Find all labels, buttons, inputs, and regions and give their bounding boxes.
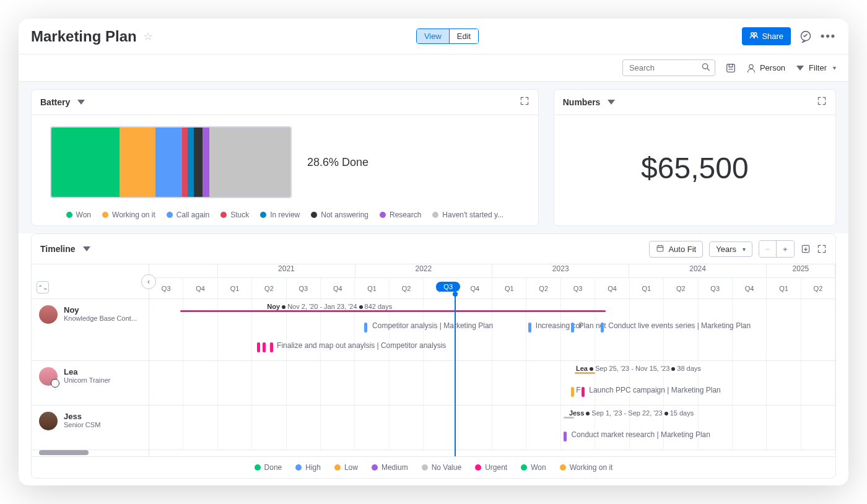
legend-item[interactable]: In review [260,211,300,219]
legend-item[interactable]: Not answering [311,211,368,219]
battery-filter-icon[interactable] [76,97,86,107]
bar[interactable] [528,323,531,332]
edit-button[interactable]: Edit [450,29,478,43]
zoom-in-button[interactable]: + [777,241,794,257]
bar[interactable] [364,323,367,332]
timeline-filter-icon[interactable] [82,244,92,254]
summary-bar-lea[interactable] [575,372,595,374]
autofit-button[interactable]: Auto Fit [649,241,703,258]
bar[interactable] [571,323,574,332]
quarter-cell[interactable]: Q1 [767,278,801,298]
zoom-out-button[interactable]: − [759,241,777,257]
save-icon[interactable] [725,63,736,74]
scale-select[interactable]: Years [709,241,752,257]
battery-segment[interactable] [209,128,290,197]
quarter-cell[interactable]: Q1 [630,278,664,298]
person-row-noy[interactable]: Noy Knowledge Base Cont... [32,299,149,361]
quarter-cell[interactable]: Q4 [458,278,492,298]
share-button[interactable]: Share [742,27,791,45]
legend-item[interactable]: Research [380,211,421,219]
legend-item[interactable]: Urgent [475,463,507,472]
numbers-expand-icon[interactable] [817,96,827,108]
favorite-star-icon[interactable]: ☆ [143,30,153,43]
timeline-expand-icon[interactable] [817,244,827,254]
timeline-export-icon[interactable] [801,244,811,254]
quarter-cell[interactable]: Q3 [287,278,321,298]
bar[interactable] [263,342,266,352]
battery-header: Battery [32,90,538,115]
more-menu-icon[interactable]: ••• [821,30,836,43]
bar[interactable] [564,432,567,441]
legend-item[interactable]: Won [66,211,91,219]
bar-label: Launch PPC campaign | Marketing Plan [589,386,721,394]
legend-item[interactable]: Haven't started y... [432,211,503,219]
quarter-cell[interactable]: Q3 [561,278,595,298]
filter-button[interactable]: Filter [795,63,836,73]
battery-done-label: 28.6% Done [307,156,368,169]
timeline-widget: Timeline Auto Fit Years − + [31,233,836,479]
battery-widget: Battery 28.6% Done WonWorking on itCall … [31,89,539,226]
share-label: Share [762,32,783,41]
quarter-cell[interactable]: Q1 [355,278,389,298]
quarter-cell[interactable]: Q4 [595,278,629,298]
legend-label: High [305,463,321,472]
legend-item[interactable]: Working on it [560,463,613,472]
legend-item[interactable]: Medium [372,463,408,472]
battery-segment[interactable] [194,128,203,197]
filter-label: Filter [809,63,827,72]
quarter-cell[interactable]: Q4 [321,278,355,298]
quarter-cell[interactable]: Q4 [183,278,217,298]
legend-item[interactable]: Won [521,463,546,472]
numbers-filter-icon[interactable] [606,97,616,107]
quarter-cell[interactable]: Q2 [801,278,835,298]
view-button[interactable]: View [417,29,450,43]
bar[interactable] [582,387,585,397]
legend-item[interactable]: Call again [167,211,209,219]
battery-segment[interactable] [203,128,210,197]
bar[interactable] [270,342,273,352]
summary-bar-jess[interactable] [564,417,574,419]
legend-dot [260,212,266,218]
quarter-cell[interactable]: Q2 [252,278,286,298]
legend-item[interactable]: High [295,463,321,472]
prev-nav-button[interactable]: ‹ [141,274,156,289]
legend-item[interactable]: Stuck [220,211,249,219]
bar[interactable] [601,323,604,332]
battery-segment[interactable] [188,128,194,197]
person-row-jess[interactable]: Jess Senior CSM [32,406,149,450]
bar-label: Finalize and map out anaylsis | Competit… [277,341,446,350]
bar-label: Increasing cor [536,321,582,330]
quarter-cell[interactable]: Q2 [390,278,424,298]
search-icon [702,63,710,73]
summary-bar-noy[interactable] [180,310,606,312]
legend-item[interactable]: Working on it [102,211,155,219]
battery-segment[interactable] [51,128,120,197]
legend-item[interactable]: Done [255,463,282,472]
person-role: Knowledge Base Cont... [64,315,137,322]
svg-point-1 [754,33,757,35]
bar[interactable] [571,387,574,397]
zoom-group: − + [759,240,795,258]
person-filter[interactable]: Person [746,63,785,73]
battery-segment[interactable] [155,128,181,197]
quarter-cell[interactable]: Q4 [733,278,767,298]
legend-dot [422,464,428,471]
battery-expand-icon[interactable] [520,96,529,108]
home-badge-icon: ⌂ [51,379,59,388]
horizontal-scrollbar[interactable] [39,450,89,455]
quarter-cell[interactable]: Q3 [699,278,733,298]
legend-item[interactable]: No Value [422,463,461,472]
quarter-cell[interactable]: Q1 [492,278,526,298]
quarter-cell[interactable]: Q2 [526,278,560,298]
comment-icon[interactable] [799,30,812,43]
bar[interactable] [257,342,260,352]
person-row-lea[interactable]: ⌂ Lea Unicorn Trainer [32,361,149,406]
battery-segment[interactable] [182,128,188,197]
timeline-chart[interactable]: 20212022202320242025 Q3Q4Q1Q2Q3Q4Q1Q2Q3Q… [149,264,835,456]
quarter-cell[interactable]: Q1 [218,278,252,298]
collapse-all-button[interactable]: ⌃⌄ [37,281,49,293]
timeline-controls: Auto Fit Years − + [649,240,827,258]
battery-segment[interactable] [120,128,155,197]
legend-item[interactable]: Low [334,463,358,472]
quarter-cell[interactable]: Q2 [664,278,698,298]
